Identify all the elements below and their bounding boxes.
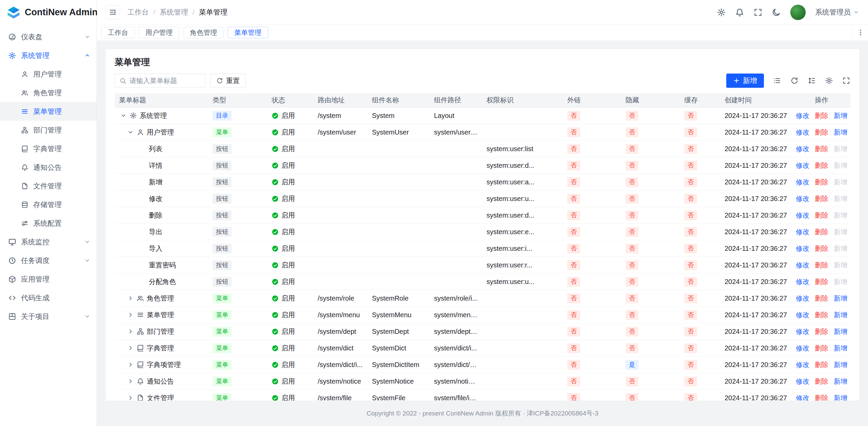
- action-del[interactable]: 删除: [815, 178, 828, 187]
- action-edit[interactable]: 修改: [796, 277, 809, 286]
- list-button[interactable]: [773, 77, 781, 85]
- sidebar-item-dashboard[interactable]: 仪表盘: [0, 27, 97, 46]
- action-edit[interactable]: 修改: [796, 144, 809, 154]
- action-del[interactable]: 删除: [815, 393, 828, 401]
- row-expand-chevron-down-icon[interactable]: [127, 129, 134, 136]
- avatar[interactable]: [790, 4, 806, 20]
- action-del[interactable]: 删除: [815, 377, 828, 386]
- action-edit[interactable]: 修改: [796, 393, 809, 401]
- breadcrumb-item[interactable]: 系统管理: [160, 7, 188, 17]
- row-expand-chevron-right-icon[interactable]: [127, 361, 134, 368]
- action-del[interactable]: 删除: [815, 310, 828, 320]
- sidebar-collapse-button[interactable]: [106, 5, 120, 19]
- actions-cell: 修改删除新增: [793, 393, 850, 401]
- row-expand-chevron-right-icon[interactable]: [127, 378, 134, 385]
- action-edit[interactable]: 修改: [796, 128, 809, 137]
- settings-button[interactable]: [825, 77, 833, 85]
- sidebar-subitem-notice[interactable]: 通知公告: [0, 158, 97, 177]
- sidebar-subitem-menu[interactable]: 菜单管理: [0, 102, 97, 121]
- refresh-button[interactable]: [790, 77, 798, 85]
- user-menu[interactable]: 系统管理员: [815, 7, 859, 17]
- action-edit[interactable]: 修改: [796, 211, 809, 220]
- action-add[interactable]: 新增: [834, 393, 847, 401]
- action-del[interactable]: 删除: [815, 128, 828, 137]
- action-edit[interactable]: 修改: [796, 310, 809, 320]
- sidebar-subitem-file[interactable]: 文件管理: [0, 177, 97, 195]
- action-del[interactable]: 删除: [815, 161, 828, 170]
- sidebar-subitem-role[interactable]: 角色管理: [0, 83, 97, 102]
- moon-button[interactable]: [772, 8, 781, 17]
- sidebar-item-system[interactable]: 系统管理: [0, 46, 97, 65]
- fullscreen-button[interactable]: [753, 8, 763, 17]
- action-edit[interactable]: 修改: [796, 244, 809, 253]
- row-expand-chevron-right-icon[interactable]: [127, 328, 134, 335]
- sidebar-subitem-storage[interactable]: 存储管理: [0, 195, 97, 214]
- tab-menu[interactable]: 菜单管理: [228, 27, 268, 38]
- action-edit[interactable]: 修改: [796, 360, 809, 369]
- action-del[interactable]: 删除: [815, 261, 828, 270]
- action-del[interactable]: 删除: [815, 277, 828, 286]
- tabs-more-button[interactable]: [852, 25, 868, 40]
- action-del[interactable]: 删除: [815, 227, 828, 237]
- sidebar-item-codegen[interactable]: 代码生成: [0, 288, 97, 307]
- action-add[interactable]: 新增: [834, 377, 847, 386]
- action-add[interactable]: 新增: [834, 294, 847, 303]
- settings-button[interactable]: [717, 8, 726, 17]
- action-del[interactable]: 删除: [815, 194, 828, 203]
- action-add[interactable]: 新增: [834, 327, 847, 336]
- sidebar-subitem-user[interactable]: 用户管理: [0, 65, 97, 83]
- action-del[interactable]: 删除: [815, 327, 828, 336]
- logo[interactable]: ContiNew Admin: [0, 0, 97, 25]
- action-add[interactable]: 新增: [834, 360, 847, 369]
- action-del[interactable]: 删除: [815, 211, 828, 220]
- row-expand-chevron-right-icon[interactable]: [127, 345, 134, 351]
- row-expand-chevron-right-icon[interactable]: [127, 394, 134, 401]
- action-edit[interactable]: 修改: [796, 178, 809, 187]
- action-edit[interactable]: 修改: [796, 161, 809, 170]
- breadcrumb-item[interactable]: 工作台: [127, 7, 149, 17]
- action-add[interactable]: 新增: [834, 128, 847, 137]
- hidden-badge-cell: 否: [621, 393, 680, 401]
- action-add[interactable]: 新增: [834, 344, 847, 353]
- reset-button[interactable]: 重置: [210, 74, 246, 88]
- breadcrumb-item[interactable]: 菜单管理: [199, 7, 228, 17]
- action-edit[interactable]: 修改: [796, 227, 809, 237]
- fullscreen-button[interactable]: [842, 77, 850, 85]
- bell-button[interactable]: [735, 8, 744, 17]
- book-icon: [21, 145, 28, 153]
- action-del[interactable]: 删除: [815, 294, 828, 303]
- action-del[interactable]: 删除: [815, 244, 828, 253]
- created-time-cell: 2024-11-17 20:36:27: [720, 278, 793, 286]
- action-edit[interactable]: 修改: [796, 344, 809, 353]
- row-expand-chevron-right-icon[interactable]: [127, 311, 134, 318]
- hidden-badge-cell: 否: [621, 227, 680, 237]
- sidebar-subitem-dept[interactable]: 部门管理: [0, 121, 97, 139]
- sidebar-subitem-dict[interactable]: 字典管理: [0, 139, 97, 158]
- sidebar-item-apps[interactable]: 应用管理: [0, 270, 97, 288]
- menu-tree-icon: [137, 328, 144, 335]
- row-expand-chevron-down-icon[interactable]: [120, 112, 127, 119]
- action-edit[interactable]: 修改: [796, 377, 809, 386]
- sidebar-subitem-config[interactable]: 系统配置: [0, 214, 97, 232]
- sidebar-item-monitor[interactable]: 系统监控: [0, 232, 97, 251]
- tab-role[interactable]: 角色管理: [183, 27, 224, 38]
- add-button[interactable]: 新增: [726, 74, 764, 88]
- action-add[interactable]: 新增: [834, 310, 847, 320]
- action-edit[interactable]: 修改: [796, 111, 809, 120]
- action-del[interactable]: 删除: [815, 111, 828, 120]
- action-del[interactable]: 删除: [815, 144, 828, 154]
- search-input[interactable]: [130, 77, 201, 85]
- action-del[interactable]: 删除: [815, 344, 828, 353]
- action-edit[interactable]: 修改: [796, 261, 809, 270]
- tab-workbench[interactable]: 工作台: [101, 27, 135, 38]
- action-add[interactable]: 新增: [834, 111, 847, 120]
- rowheight-button[interactable]: [808, 77, 816, 85]
- action-edit[interactable]: 修改: [796, 294, 809, 303]
- action-del[interactable]: 删除: [815, 360, 828, 369]
- sidebar-item-about[interactable]: 关于项目: [0, 307, 97, 326]
- action-edit[interactable]: 修改: [796, 327, 809, 336]
- sidebar-item-schedule[interactable]: 任务调度: [0, 251, 97, 270]
- action-edit[interactable]: 修改: [796, 194, 809, 203]
- tab-user[interactable]: 用户管理: [139, 27, 179, 38]
- row-expand-chevron-right-icon[interactable]: [127, 295, 134, 302]
